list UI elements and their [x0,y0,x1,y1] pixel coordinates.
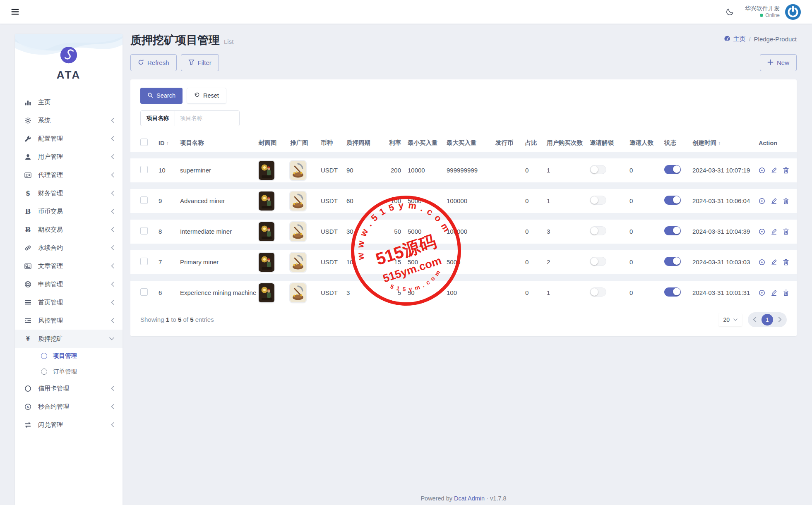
sidebar-item[interactable]: 申购管理 [15,275,123,293]
promo-image[interactable] [290,222,321,241]
column-header[interactable]: ID↑ [159,140,180,146]
status-toggle[interactable] [664,257,681,266]
cover-image[interactable] [259,191,290,211]
sidebar-item[interactable]: 代理管理 [15,166,123,184]
delete-button[interactable] [783,259,789,266]
sidebar-item[interactable]: Ƀ期权交易 [15,220,123,239]
invite-unlock-toggle[interactable] [590,196,606,205]
column-header[interactable]: 利率 [389,139,408,147]
status-toggle[interactable] [664,226,681,235]
sidebar-item[interactable]: 信用卡管理 [15,379,123,397]
sort-arrow-icon[interactable]: ↑ [166,140,169,146]
column-header[interactable]: 最小买入量 [408,139,447,147]
delete-button[interactable] [783,167,789,174]
column-header[interactable]: 用户购买次数 [547,139,590,147]
invite-unlock-toggle[interactable] [590,257,606,266]
chevron-left-icon [111,245,114,250]
project-name-input[interactable] [175,111,239,126]
edit-button[interactable] [771,290,777,296]
status-toggle[interactable] [664,287,681,297]
sidebar-item[interactable]: B币币交易 [15,202,123,220]
invite-unlock-toggle[interactable] [590,226,606,235]
column-header[interactable]: 项目名称 [180,139,259,147]
cover-image[interactable] [259,283,290,302]
edit-button[interactable] [771,228,777,235]
column-header[interactable]: 邀请解锁 [590,139,629,147]
delete-button[interactable] [783,198,789,204]
sidebar-item[interactable]: 主页 [15,93,123,111]
sidebar-item[interactable]: 配置管理 [15,129,123,148]
table-row: 10 superminer [130,158,797,182]
cover-image[interactable] [259,222,290,241]
promo-image[interactable] [290,191,321,211]
view-button[interactable] [759,259,765,266]
column-header[interactable]: 邀请人数 [629,139,664,147]
promo-image[interactable] [290,283,321,302]
dcat-admin-link[interactable]: Dcat Admin [454,495,485,502]
row-checkbox[interactable] [140,258,148,265]
user-menu[interactable]: 华兴软件开发 Online [745,4,801,20]
sidebar-item[interactable]: 系统 [15,111,123,129]
column-header[interactable]: 封面图 [259,139,290,147]
delete-button[interactable] [783,290,789,296]
refresh-button[interactable]: Refresh [130,54,177,71]
sidebar-item[interactable]: 5秒合约管理 [15,397,123,416]
invite-unlock-toggle[interactable] [590,287,606,297]
search-button[interactable]: Search [140,88,183,104]
cover-image[interactable] [259,253,290,272]
column-header[interactable]: 币种 [321,139,346,147]
cover-image[interactable] [259,161,290,180]
column-header[interactable]: 占比 [525,139,547,147]
column-header[interactable]: Action [759,140,787,146]
view-button[interactable] [759,228,765,235]
breadcrumb-home[interactable]: 主页 [724,35,745,43]
current-page-button[interactable]: 1 [762,314,773,325]
sidebar-item[interactable]: $财务管理 [15,184,123,202]
edit-button[interactable] [771,259,777,266]
sort-arrow-icon[interactable]: ↑ [718,140,721,146]
sidebar-subitem[interactable]: 项目管理 [15,348,123,364]
promo-image[interactable] [290,253,321,272]
sidebar-subitem[interactable]: 订单管理 [15,364,123,379]
page-size-select[interactable]: 20 [718,313,742,326]
promo-image[interactable] [290,161,321,180]
row-checkbox[interactable] [140,227,148,235]
status-toggle[interactable] [664,165,681,174]
sidebar-item[interactable]: 用户管理 [15,148,123,166]
column-header[interactable]: 创建时间↑ [692,139,759,147]
sidebar-item[interactable]: ¥质押挖矿 [15,330,123,348]
dark-mode-moon-icon[interactable] [726,7,734,16]
view-button[interactable] [759,198,765,204]
view-button[interactable] [759,290,765,296]
filter-button[interactable]: Filter [181,54,219,71]
column-header[interactable]: 状态 [664,139,692,147]
row-checkbox[interactable] [140,196,148,204]
view-button[interactable] [759,167,765,174]
select-all-checkbox[interactable] [140,139,148,146]
sidebar-item[interactable]: 文章管理 [15,257,123,275]
chevron-left-icon [111,209,114,214]
prev-page-button[interactable] [753,317,757,322]
avatar[interactable] [785,4,801,20]
reset-button[interactable]: Reset [187,88,226,104]
edit-button[interactable] [771,198,777,204]
column-header[interactable]: 质押周期 [346,139,380,147]
row-checkbox[interactable] [140,166,148,173]
hamburger-menu-icon[interactable] [11,7,19,16]
invite-unlock-toggle[interactable] [590,165,606,174]
sidebar-item[interactable]: 闪兑管理 [15,416,123,434]
sidebar-item-label: 财务管理 [38,189,105,197]
bars-icon [24,299,32,306]
sidebar-item[interactable]: 首页管理 [15,293,123,311]
sidebar-item[interactable]: 风控管理 [15,311,123,330]
edit-button[interactable] [771,167,777,174]
row-checkbox[interactable] [140,288,148,296]
next-page-button[interactable] [778,317,782,322]
new-button[interactable]: New [760,54,797,71]
column-header[interactable]: 发行币 [495,139,525,147]
column-header[interactable]: 最大买入量 [447,139,495,147]
status-toggle[interactable] [664,196,681,205]
delete-button[interactable] [783,228,789,235]
sidebar-item[interactable]: 永续合约 [15,239,123,257]
column-header[interactable]: 推广图 [290,139,321,147]
